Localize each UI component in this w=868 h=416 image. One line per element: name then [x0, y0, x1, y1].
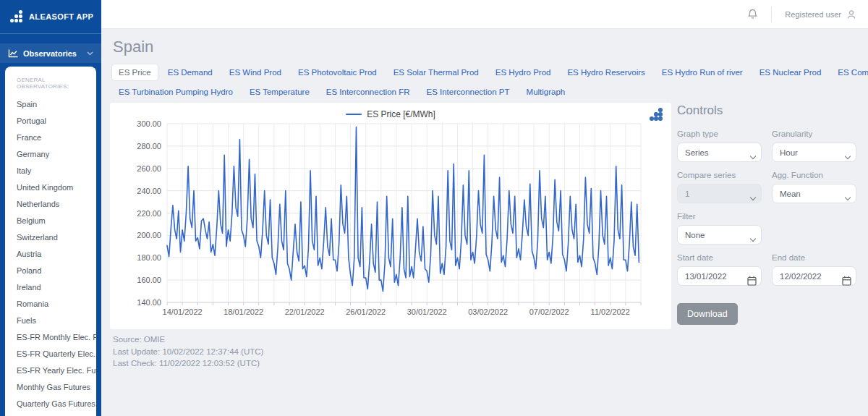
sidebar-item[interactable]: Fuels: [5, 313, 96, 329]
sidebar-item[interactable]: United Kingdom: [5, 179, 96, 196]
aleasoft-dots-watermark-icon: [650, 108, 663, 121]
svg-text:160.00: 160.00: [137, 276, 161, 284]
svg-text:07/02/2022: 07/02/2022: [529, 307, 569, 316]
svg-text:280.00: 280.00: [137, 142, 161, 150]
sidebar-item[interactable]: Belgium: [5, 213, 96, 229]
sidebar-item[interactable]: Ireland: [5, 279, 96, 296]
sidebar-item[interactable]: Monthly Gas Futures: [5, 379, 96, 396]
sidebar-item-observatories[interactable]: Observatories: [0, 43, 101, 63]
svg-text:30/01/2022: 30/01/2022: [407, 307, 447, 316]
svg-text:260.00: 260.00: [137, 164, 161, 173]
tab[interactable]: ES Solar Thermal Prod: [386, 64, 486, 81]
line-chart-icon: [8, 49, 18, 58]
agg-function-label: Agg. Function: [772, 171, 856, 179]
granularity-select[interactable]: Hour: [772, 143, 856, 162]
observatories-list-panel: GENERAL OBSERVATORIES: SpainPortugalFran…: [5, 67, 96, 416]
person-icon: [846, 9, 856, 20]
sidebar-item[interactable]: Poland: [5, 263, 96, 279]
chart-panel: ES Price [€/MWh] 300.00280.00260.00240.0…: [110, 103, 671, 329]
sidebar-item[interactable]: Netherlands: [5, 196, 96, 213]
filter-field: Filter None: [677, 203, 762, 245]
graph-type-label: Graph type: [677, 130, 762, 138]
end-date-label: End date: [772, 253, 856, 262]
agg-function-select[interactable]: Mean: [772, 184, 856, 203]
sidebar-item[interactable]: Switzerland: [5, 229, 96, 246]
svg-text:220.00: 220.00: [137, 209, 161, 218]
tab[interactable]: ES Temperature: [242, 83, 317, 101]
sidebar-item[interactable]: Romania: [5, 296, 96, 313]
sidebar-item[interactable]: Austria: [5, 246, 96, 263]
tab[interactable]: ES Price: [111, 64, 158, 81]
svg-text:22/01/2022: 22/01/2022: [285, 307, 325, 316]
agg-function-field: Agg. Function Mean: [772, 162, 856, 203]
observatories-list: SpainPortugalFranceGermanyItalyUnited Ki…: [5, 96, 96, 416]
app-title: ALEASOFT APP: [29, 12, 93, 21]
compare-series-label: Compare series: [677, 171, 762, 179]
tab[interactable]: ES Turbination Pumping Hydro: [111, 83, 240, 101]
sidebar-item[interactable]: ES-FR Yearly Elec. Futures: [5, 362, 96, 379]
graph-type-select[interactable]: Series: [677, 143, 762, 162]
tab[interactable]: ES Hydro Reservoirs: [560, 64, 652, 81]
sidebar-item[interactable]: Yearly Gas Futures: [5, 412, 96, 416]
tab[interactable]: ES Demand: [161, 64, 220, 81]
chevron-down-icon: [87, 51, 93, 56]
sidebar-item[interactable]: Portugal: [5, 113, 96, 130]
graph-type-field: Graph type Series: [677, 121, 762, 162]
filter-label: Filter: [677, 212, 762, 221]
compare-series-select[interactable]: 1: [677, 184, 762, 203]
section-label: GENERAL OBSERVATORIES:: [5, 67, 96, 96]
tab[interactable]: ES Hydro Prod: [488, 64, 558, 81]
compare-series-field: Compare series 1: [677, 162, 762, 203]
start-date-label: Start date: [677, 253, 762, 262]
page-title: Spain: [113, 38, 153, 56]
sidebar-item[interactable]: Quarterly Gas Futures: [5, 396, 96, 412]
observatories-label: Observatories: [23, 49, 82, 58]
svg-text:14/01/2022: 14/01/2022: [163, 307, 203, 316]
svg-text:03/02/2022: 03/02/2022: [468, 307, 508, 316]
sidebar-item[interactable]: Italy: [5, 163, 96, 179]
end-date-input[interactable]: [772, 266, 856, 286]
svg-text:11/02/2022: 11/02/2022: [591, 307, 630, 316]
source-info: Source: OMIELast Update: 10/02/2022 12:3…: [113, 334, 263, 370]
svg-text:300.00: 300.00: [137, 119, 161, 128]
tab[interactable]: ES Wind Prod: [222, 64, 289, 81]
end-date-field: End date: [772, 245, 856, 286]
svg-text:240.00: 240.00: [137, 187, 161, 195]
start-date-input[interactable]: [677, 266, 762, 286]
legend-label: ES Price [€/MWh]: [367, 109, 435, 119]
source-line: Last Update: 10/02/2022 12:37:44 (UTC): [113, 346, 263, 358]
tab[interactable]: ES Hydro Run of river: [655, 64, 750, 81]
granularity-field: Granularity Hour: [772, 121, 856, 162]
tab-bar: ES PriceES DemandES Wind ProdES Photovol…: [111, 64, 864, 101]
svg-text:200.00: 200.00: [137, 231, 161, 239]
sidebar-item[interactable]: ES-FR Quarterly Elec. Futures: [5, 346, 96, 362]
tab[interactable]: ES Combined Cycles: [830, 64, 868, 81]
sidebar-item[interactable]: France: [5, 130, 96, 146]
notifications-button[interactable]: [747, 9, 758, 20]
source-line: Source: OMIE: [113, 334, 263, 346]
svg-text:18/01/2022: 18/01/2022: [224, 307, 263, 316]
sidebar-item[interactable]: ES-FR Monthly Elec. Futures: [5, 329, 96, 346]
tab[interactable]: ES Interconnection PT: [419, 83, 516, 101]
source-line: Last Check: 11/02/2022 12:03:52 (UTC): [113, 357, 263, 370]
aleasoft-dots-logo-icon: [10, 10, 23, 23]
tab[interactable]: ES Nuclear Prod: [752, 64, 829, 81]
sidebar: ALEASOFT APP Observatories GENERAL OBSER…: [0, 0, 101, 416]
header-divider: [771, 7, 772, 22]
filter-select[interactable]: None: [677, 225, 762, 245]
controls-panel: Controls Graph type Series Granularity H…: [677, 103, 858, 325]
granularity-label: Granularity: [772, 130, 856, 138]
svg-text:26/01/2022: 26/01/2022: [346, 307, 386, 316]
tab-row-1: ES PriceES DemandES Wind ProdES Photovol…: [111, 64, 864, 81]
tab[interactable]: ES Interconnection FR: [319, 83, 417, 101]
controls-title: Controls: [677, 103, 858, 118]
sidebar-item[interactable]: Germany: [5, 146, 96, 163]
price-chart-svg: 300.00280.00260.00240.00220.00200.00180.…: [110, 103, 671, 329]
tab[interactable]: ES Photovoltaic Prod: [291, 64, 384, 81]
download-button[interactable]: Download: [677, 303, 738, 325]
bell-icon: [747, 9, 758, 20]
tab[interactable]: Multigraph: [519, 83, 573, 101]
svg-text:140.00: 140.00: [137, 298, 161, 307]
sidebar-item[interactable]: Spain: [5, 96, 96, 113]
user-menu[interactable]: Registered user: [785, 9, 856, 20]
